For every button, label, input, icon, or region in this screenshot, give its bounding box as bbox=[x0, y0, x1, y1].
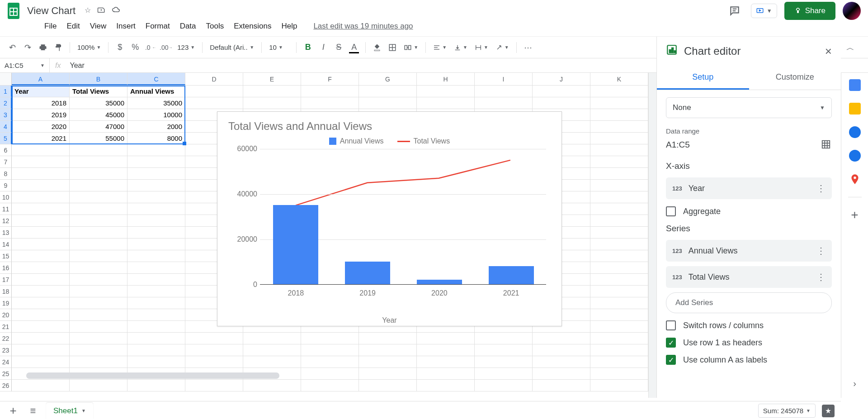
menu-extensions[interactable]: Extensions bbox=[229, 20, 276, 33]
row-header[interactable]: 16 bbox=[0, 262, 12, 274]
cell[interactable] bbox=[359, 356, 417, 368]
cell[interactable] bbox=[533, 368, 590, 380]
row-header[interactable]: 26 bbox=[0, 380, 12, 391]
font-family-dropdown[interactable]: Default (Ari...▼ bbox=[207, 43, 257, 51]
row-header[interactable]: 5 bbox=[0, 133, 12, 144]
cell[interactable] bbox=[127, 262, 185, 274]
cell[interactable] bbox=[70, 239, 127, 250]
cell[interactable] bbox=[359, 86, 417, 97]
cell[interactable] bbox=[590, 203, 648, 215]
cell[interactable] bbox=[185, 333, 243, 344]
cell[interactable] bbox=[243, 380, 301, 391]
cell[interactable]: 2019 bbox=[12, 109, 70, 121]
cell[interactable] bbox=[70, 286, 127, 297]
cell[interactable] bbox=[359, 368, 417, 380]
cell[interactable]: 47000 bbox=[70, 121, 127, 133]
cell[interactable] bbox=[359, 97, 417, 109]
undo-icon[interactable]: ↶ bbox=[5, 41, 19, 54]
name-box[interactable]: A1:C5▼ bbox=[0, 58, 50, 72]
cell[interactable] bbox=[127, 380, 185, 391]
cell[interactable] bbox=[12, 321, 70, 333]
fill-color-button[interactable] bbox=[370, 41, 384, 54]
zoom-dropdown[interactable]: 100%▼ bbox=[75, 43, 104, 51]
tab-customize[interactable]: Customize bbox=[749, 66, 841, 90]
cell[interactable] bbox=[301, 380, 359, 391]
column-header[interactable]: B bbox=[70, 73, 127, 85]
cell[interactable] bbox=[417, 86, 475, 97]
cell[interactable] bbox=[417, 356, 475, 368]
select-range-icon[interactable] bbox=[821, 139, 832, 150]
checkbox-checked-icon[interactable]: ✓ bbox=[666, 355, 676, 365]
cell[interactable] bbox=[590, 368, 648, 380]
cell[interactable] bbox=[70, 333, 127, 344]
xaxis-field-chip[interactable]: 123Year⋮ bbox=[666, 177, 832, 199]
row-header[interactable]: 18 bbox=[0, 286, 12, 297]
cell[interactable] bbox=[127, 239, 185, 250]
cell[interactable] bbox=[301, 86, 359, 97]
column-header[interactable]: D bbox=[185, 73, 243, 85]
column-header[interactable]: H bbox=[417, 73, 475, 85]
cell[interactable] bbox=[12, 309, 70, 321]
cell[interactable] bbox=[590, 309, 648, 321]
use-row1-headers-row[interactable]: ✓Use row 1 as headers bbox=[666, 338, 832, 348]
formula-input[interactable]: Year bbox=[66, 62, 88, 70]
cell[interactable] bbox=[127, 215, 185, 227]
cell[interactable] bbox=[70, 191, 127, 203]
column-header[interactable]: A bbox=[12, 73, 70, 85]
stacking-dropdown[interactable]: None▼ bbox=[666, 97, 832, 118]
row-header[interactable]: 24 bbox=[0, 356, 12, 368]
row-header[interactable]: 12 bbox=[0, 215, 12, 227]
keep-icon[interactable] bbox=[849, 103, 861, 115]
cell[interactable] bbox=[70, 227, 127, 239]
cell[interactable] bbox=[127, 344, 185, 356]
cell[interactable] bbox=[127, 180, 185, 191]
row-header[interactable]: 17 bbox=[0, 274, 12, 286]
cell[interactable] bbox=[590, 121, 648, 133]
cell[interactable] bbox=[70, 203, 127, 215]
row-header[interactable]: 20 bbox=[0, 309, 12, 321]
cell[interactable] bbox=[12, 180, 70, 191]
row-header[interactable]: 14 bbox=[0, 239, 12, 250]
cell[interactable] bbox=[127, 227, 185, 239]
data-range-input[interactable]: A1:C5 bbox=[666, 140, 814, 150]
cell[interactable] bbox=[417, 97, 475, 109]
column-header[interactable]: K bbox=[590, 73, 648, 85]
cell[interactable] bbox=[590, 215, 648, 227]
more-toolbar-icon[interactable]: ⋯ bbox=[521, 41, 535, 54]
vertical-scrollbar[interactable] bbox=[648, 73, 656, 398]
row-header[interactable]: 11 bbox=[0, 203, 12, 215]
menu-format[interactable]: Format bbox=[141, 20, 175, 33]
cell[interactable] bbox=[127, 168, 185, 180]
cell[interactable] bbox=[127, 156, 185, 168]
cell[interactable] bbox=[12, 191, 70, 203]
checkbox-unchecked-icon[interactable] bbox=[666, 320, 676, 330]
column-header[interactable]: J bbox=[533, 73, 590, 85]
close-panel-icon[interactable]: × bbox=[825, 44, 832, 58]
cell[interactable] bbox=[70, 356, 127, 368]
row-header[interactable]: 9 bbox=[0, 180, 12, 191]
cell[interactable] bbox=[590, 297, 648, 309]
row-header[interactable]: 4 bbox=[0, 121, 12, 133]
cell[interactable] bbox=[590, 227, 648, 239]
cell[interactable] bbox=[301, 356, 359, 368]
series-chip-annual[interactable]: 123Annual Views⋮ bbox=[666, 240, 832, 262]
cell[interactable] bbox=[301, 344, 359, 356]
cell[interactable] bbox=[185, 380, 243, 391]
column-header[interactable]: G bbox=[359, 73, 417, 85]
cell[interactable] bbox=[12, 333, 70, 344]
number-format-dropdown[interactable]: 123▼ bbox=[175, 43, 198, 51]
vertical-align-button[interactable]: ▼ bbox=[451, 44, 470, 51]
cell[interactable] bbox=[127, 321, 185, 333]
cell[interactable] bbox=[185, 356, 243, 368]
all-sheets-icon[interactable]: ≡ bbox=[26, 404, 40, 418]
cell[interactable] bbox=[12, 168, 70, 180]
select-all-corner[interactable] bbox=[0, 73, 12, 85]
cell[interactable] bbox=[70, 309, 127, 321]
cell[interactable] bbox=[590, 380, 648, 391]
row-header[interactable]: 2 bbox=[0, 97, 12, 109]
menu-view[interactable]: View bbox=[85, 20, 111, 33]
cell[interactable] bbox=[127, 274, 185, 286]
cell[interactable] bbox=[475, 86, 533, 97]
cell[interactable] bbox=[70, 262, 127, 274]
cell[interactable] bbox=[590, 286, 648, 297]
